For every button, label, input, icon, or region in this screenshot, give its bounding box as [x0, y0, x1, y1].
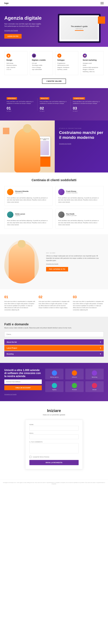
service-item: Logo e Marchio [6, 66, 25, 68]
form-terms-checkbox[interactable] [29, 456, 31, 458]
who-person-figure [9, 243, 35, 284]
who-image-link[interactable]: Immagine da Freepik [46, 263, 104, 265]
studio-link[interactable]: Immagine da Freepik [59, 143, 71, 144]
service-item: Magento, Wordpress [57, 66, 76, 68]
stat-card-strategia: STRATEGIA Proin sed libero nam sed facil… [4, 94, 37, 115]
steps-grid: 01 Duis aute irure dolor in reprehenderi… [4, 295, 104, 311]
step-text-2: Duis aute irure dolor in reprehenderit i… [73, 300, 104, 311]
service-item: Direzione artistica [6, 64, 25, 66]
faq-item-2[interactable]: Branding ▼ [4, 351, 104, 357]
faq-item-0[interactable]: About the list ▼ [4, 339, 104, 345]
who-cta-button[interactable]: PER CAPERNE DI PIÙ [46, 267, 68, 272]
studio-image: We Are A Web Design Agency [0, 120, 55, 172]
service-item: App multimediale [32, 68, 51, 70]
testimonial-card-1: Frank Kinney Direttore finanziario Proin… [55, 186, 104, 206]
service-item: Marketing, video ecc. [83, 71, 102, 73]
logo-icon-cyan [52, 383, 57, 388]
who-photo [4, 240, 39, 284]
faq-item-label-2: Branding [7, 353, 13, 355]
hero-title: Agenzia digitale [4, 15, 55, 21]
stat-label-risultati: RISULTATI [40, 97, 49, 100]
services-grid: ◆ Design Web design Direzione artistica … [4, 51, 104, 75]
hero-image-link[interactable]: Immagine da Freepik [4, 30, 55, 31]
testimonial-header-1: Frank Kinney Direttore finanziario [58, 189, 101, 195]
iniziare-subtitle: Inizia con un preventivo gratuito [4, 414, 104, 416]
values-button[interactable]: I NOSTRI VALORI [42, 78, 66, 84]
avatar-1 [58, 189, 65, 195]
logo-card-2: Marketing [85, 369, 104, 380]
form-email-label: Email [29, 432, 79, 434]
footer-note: Immagine da freepik.com / Click again to… [0, 480, 108, 487]
logo-name-4: Promote [67, 389, 82, 390]
studio-text: STUDIO DI PROGETTAZIONE Costruiamo march… [55, 120, 108, 172]
stat-desc-1: Proin sed libero nam sed facilisis adipi… [40, 101, 68, 104]
step-number-1: 02 [39, 295, 69, 299]
testimonial-role-2: Logistica [15, 215, 25, 216]
faq-title: Fatti e domande [4, 322, 104, 326]
service-items-sviluppo: Progettazione Ottimizzazione SEO Magento… [57, 62, 76, 71]
stat-label-strategia: STRATEGIA [7, 97, 17, 100]
logo-card-0: Making Agency [45, 369, 64, 380]
form-terms-label: I accept the Terms of Service [32, 456, 49, 458]
agency-label: We Are A Web Design Agency [39, 138, 50, 141]
stat-sublabel-0: PÙ INFO [7, 110, 35, 112]
contact-form-card: Nome Email Il tuo commento I accept the … [25, 420, 83, 469]
form-message-field: Il tuo commento [29, 441, 79, 454]
orange-square-1 [40, 156, 50, 167]
laptop-mockup: The amateur's guide Digital Agency [58, 14, 101, 43]
iniziare-title: Iniziare [4, 408, 104, 413]
form-submit-button[interactable]: Invia la richiesta [29, 460, 79, 465]
faq-arrow-1: ▼ [100, 347, 101, 349]
hero-section: Agenzia digitale Nam venenatis cras sed … [0, 6, 108, 47]
service-item: Ottimizzazione SEO [57, 64, 76, 66]
testimonial-header-3: Paul Smith Direttore generale [58, 212, 101, 218]
step-03: 03 Duis aute irure dolor in reprehenderi… [73, 295, 104, 311]
hero-cta-button[interactable]: LEGGI DI PIÙ [4, 34, 22, 38]
form-message-textarea[interactable] [29, 443, 79, 453]
logo-icon-blue [52, 370, 57, 376]
join-email-input[interactable] [4, 380, 42, 384]
step-number-0: 01 [4, 295, 35, 299]
testimonials-section: Centinaia di clienti soddisfatti Giovann… [0, 172, 108, 234]
studio-photo: We Are A Web Design Agency [0, 120, 55, 172]
phone-screen [40, 141, 49, 155]
logo-name-3: Digitaly [47, 389, 62, 390]
screen-label: The amateur's guide [71, 26, 88, 28]
who-image [4, 240, 42, 284]
testimonial-name-1: Frank Kinney [66, 190, 78, 192]
step-01: 01 Duis aute irure dolor in reprehenderi… [4, 295, 35, 311]
testimonial-role-3: Direttore generale [66, 215, 77, 216]
testimonial-name-3: Paul Smith [66, 213, 77, 215]
logo-card-4: Promote [65, 381, 84, 392]
join-logo-link[interactable]: Immagine da Freepik [4, 394, 16, 395]
service-item: Blogger e influencer [83, 68, 102, 70]
logo-card-1: Influence [65, 369, 84, 380]
testimonial-header-0: Giovanni Almeida Agenzia CEO [7, 189, 50, 195]
service-item: UI & UX [6, 68, 25, 70]
laptop-screen: The amateur's guide Digital Agency [59, 15, 99, 41]
form-name-input[interactable] [29, 426, 79, 430]
faq-item-1[interactable]: Latest Project ▼ [4, 345, 104, 351]
faq-search-input[interactable] [4, 332, 104, 337]
stat-desc-0: Proin sed libero nam sed facilisis adipi… [7, 101, 35, 104]
hamburger-menu[interactable] [101, 2, 104, 4]
iniziare-section: Iniziare Inizia con un preventivo gratui… [0, 401, 108, 476]
stat-card-risultati: RISULTATI Proin sed libero nam sed facil… [37, 94, 71, 115]
avatar-3 [58, 212, 65, 218]
service-item: Symfony, Laravel [57, 68, 76, 70]
form-name-label: Nome [29, 424, 79, 425]
faq-arrow-0: ▼ [100, 341, 101, 343]
form-message-label: Il tuo commento [29, 441, 79, 442]
service-title-social: Social marketing [83, 59, 102, 61]
service-card-digital: 📱 Digitale e mobile iOS web Tecnologia m… [30, 51, 53, 75]
footer: Immagine da freepik.com / Click again to… [0, 480, 108, 487]
form-email-input[interactable] [29, 434, 79, 439]
who-label: Chi siamo [46, 252, 104, 254]
testimonial-text-0: Proin sed libero nam sed facilisis adipi… [7, 197, 50, 203]
logo-icon-red [92, 383, 97, 388]
logo-icon-orange [72, 370, 77, 376]
service-item: Media [83, 64, 102, 66]
testimonial-card-3: Paul Smith Direttore generale Proin sed … [55, 209, 104, 228]
join-create-button[interactable]: Crea un account [4, 386, 42, 390]
form-checkbox-row: I accept the Terms of Service [29, 456, 79, 458]
